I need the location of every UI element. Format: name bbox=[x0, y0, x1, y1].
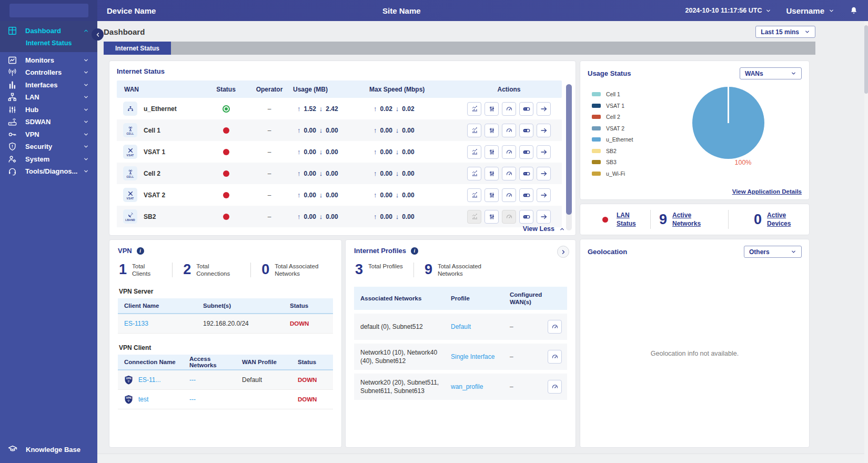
speed-test-action-button[interactable] bbox=[502, 124, 516, 137]
sidebar-item-internet-status[interactable]: Internet Status bbox=[0, 37, 97, 49]
client-name-link[interactable]: ES-1133 bbox=[124, 320, 148, 327]
geolocation-filter-value: Others bbox=[749, 248, 770, 256]
sidebar-item-label: Tools/Diagnos... bbox=[25, 167, 77, 175]
table-row: VSAT VSAT 2 – ↑0.00↓0.00 ↑0.00↓0.00 bbox=[117, 184, 562, 206]
table-scrollbar[interactable] bbox=[566, 84, 572, 230]
sidebar-item-tools-diagnostics[interactable]: Tools/Diagnos... bbox=[0, 165, 97, 178]
table-row: VSAT VSAT 1 – ↑0.00↓0.00 ↑0.00↓0.00 bbox=[117, 141, 562, 163]
configure-action-button[interactable] bbox=[485, 102, 499, 116]
details-arrow-button[interactable] bbox=[537, 145, 551, 159]
sidebar-item-label: LAN bbox=[25, 93, 39, 101]
chevron-down-icon bbox=[83, 57, 89, 63]
enable-toggle-button[interactable] bbox=[519, 210, 533, 224]
vsat-icon: VSAT bbox=[123, 145, 137, 159]
status-badge: DOWN bbox=[284, 320, 334, 327]
chart-legend: Cell 1 VSAT 1 Cell 2 VSAT 2 u_Ethernet S… bbox=[588, 91, 655, 177]
active-devices-link[interactable]: Active Devices bbox=[767, 211, 796, 228]
enable-toggle-button[interactable] bbox=[519, 124, 533, 137]
details-arrow-button[interactable] bbox=[537, 188, 551, 202]
usage-chart-action-button[interactable] bbox=[467, 167, 481, 180]
connection-name-link[interactable]: ES-11... bbox=[138, 376, 160, 384]
usage-chart-action-button[interactable] bbox=[467, 188, 481, 202]
chevron-down-icon bbox=[83, 168, 89, 174]
sidebar-item-security[interactable]: Security bbox=[0, 140, 97, 153]
sliders-icon bbox=[7, 105, 17, 115]
operator-value: – bbox=[246, 148, 293, 156]
top-bar: Device Name Site Name 2024-10-10 11:17:5… bbox=[0, 0, 868, 21]
profile-link[interactable]: Single Interface bbox=[451, 353, 494, 360]
time-range-select[interactable]: Last 15 mins bbox=[755, 26, 815, 38]
usage-filter-value: WANs bbox=[745, 70, 763, 77]
view-less-link[interactable]: View Less bbox=[523, 225, 565, 233]
details-arrow-button[interactable] bbox=[537, 210, 551, 224]
network-tree-icon bbox=[7, 92, 17, 102]
enable-toggle-button[interactable] bbox=[519, 145, 533, 159]
speed-test-action-button[interactable] bbox=[548, 380, 562, 394]
usage-filter-select[interactable]: WANs bbox=[740, 67, 802, 79]
active-networks-link[interactable]: Active Networks bbox=[672, 211, 707, 228]
chevron-down-icon bbox=[829, 8, 834, 14]
configure-action-button[interactable] bbox=[485, 124, 499, 137]
lan-status-link[interactable]: LAN Status bbox=[617, 211, 642, 228]
info-icon[interactable] bbox=[137, 247, 144, 255]
configure-action-button[interactable] bbox=[485, 145, 499, 159]
speed-test-action-button[interactable] bbox=[502, 145, 516, 159]
speed-test-action-button[interactable] bbox=[548, 350, 562, 364]
ethernet-icon bbox=[123, 102, 137, 116]
details-arrow-button[interactable] bbox=[537, 124, 551, 137]
chevron-up-icon bbox=[559, 226, 565, 232]
usage-status-title: Usage Status bbox=[588, 69, 631, 77]
timestamp-dropdown[interactable]: 2024-10-10 11:17:56 UTC bbox=[685, 7, 772, 14]
page-scrollbar[interactable] bbox=[864, 21, 868, 463]
tab-internet-status[interactable]: Internet Status bbox=[104, 42, 171, 55]
up-arrow-icon: ↑ bbox=[297, 105, 301, 113]
profile-link[interactable]: wan_profile bbox=[451, 383, 483, 390]
down-arrow-icon: ↓ bbox=[319, 105, 323, 113]
sidebar-item-dashboard[interactable]: Dashboard bbox=[0, 25, 97, 37]
sidebar-item-monitors[interactable]: Monitors bbox=[0, 54, 97, 67]
sidebar-item-vpn[interactable]: VPN bbox=[0, 128, 97, 141]
configure-action-button[interactable] bbox=[485, 188, 499, 202]
scrollbar-thumb[interactable] bbox=[864, 25, 868, 94]
configure-action-button[interactable] bbox=[485, 210, 499, 224]
usage-chart-action-button[interactable] bbox=[467, 145, 481, 159]
connection-name-link[interactable]: test bbox=[138, 396, 148, 403]
enable-toggle-button[interactable] bbox=[519, 167, 533, 180]
sidebar-item-lan[interactable]: LAN bbox=[0, 91, 97, 104]
lan-status-card: LAN Status 9 Active Networks 0 Active De… bbox=[580, 204, 810, 235]
internet-status-table: WAN Status Operator Usage (MB) Max Speed… bbox=[117, 80, 562, 227]
notifications-bell-icon[interactable] bbox=[849, 6, 859, 15]
sidebar-item-knowledge-base[interactable]: Knowledge Base bbox=[0, 439, 97, 463]
sidebar-collapse-button[interactable] bbox=[92, 28, 104, 41]
usage-chart-action-button[interactable] bbox=[467, 124, 481, 137]
down-arrow-icon: ↓ bbox=[396, 105, 399, 113]
sidebar-item-controllers[interactable]: Controllers bbox=[0, 66, 97, 79]
enable-toggle-button[interactable] bbox=[519, 102, 533, 116]
scrollbar-thumb[interactable] bbox=[566, 84, 572, 215]
speed-test-action-button[interactable] bbox=[548, 320, 562, 334]
sidebar-item-sdwan[interactable]: SDWAN bbox=[0, 116, 97, 128]
speed-test-action-button[interactable] bbox=[502, 102, 516, 116]
sidebar-item-system[interactable]: System bbox=[0, 153, 97, 166]
geolocation-filter-select[interactable]: Others bbox=[744, 246, 802, 258]
wan-name: VSAT 2 bbox=[144, 192, 165, 199]
lband-icon: LBAND bbox=[123, 209, 137, 224]
sidebar-item-hub[interactable]: Hub bbox=[0, 104, 97, 116]
user-menu[interactable]: Username bbox=[786, 6, 834, 15]
speed-test-action-button[interactable] bbox=[502, 188, 516, 202]
speed-test-action-button[interactable] bbox=[502, 167, 516, 180]
cell-icon: CELL bbox=[123, 166, 137, 180]
profile-link[interactable]: Default bbox=[451, 323, 471, 330]
configure-action-button[interactable] bbox=[485, 167, 499, 180]
expand-profiles-button[interactable] bbox=[557, 246, 569, 258]
sidebar-item-interfaces[interactable]: Interfaces bbox=[0, 79, 97, 92]
view-application-details-link[interactable]: View Application Details bbox=[732, 188, 802, 195]
info-icon[interactable] bbox=[411, 247, 418, 255]
status-badge: DOWN bbox=[291, 377, 334, 383]
usage-chart-action-button[interactable] bbox=[467, 102, 481, 116]
table-row: LBAND SB2 – ↑0.00↓0.00 ↑0.00↓0.00 bbox=[117, 206, 562, 227]
enable-toggle-button[interactable] bbox=[519, 188, 533, 202]
details-arrow-button[interactable] bbox=[537, 102, 551, 116]
details-arrow-button[interactable] bbox=[537, 167, 551, 180]
col-wan: WAN bbox=[117, 86, 206, 93]
